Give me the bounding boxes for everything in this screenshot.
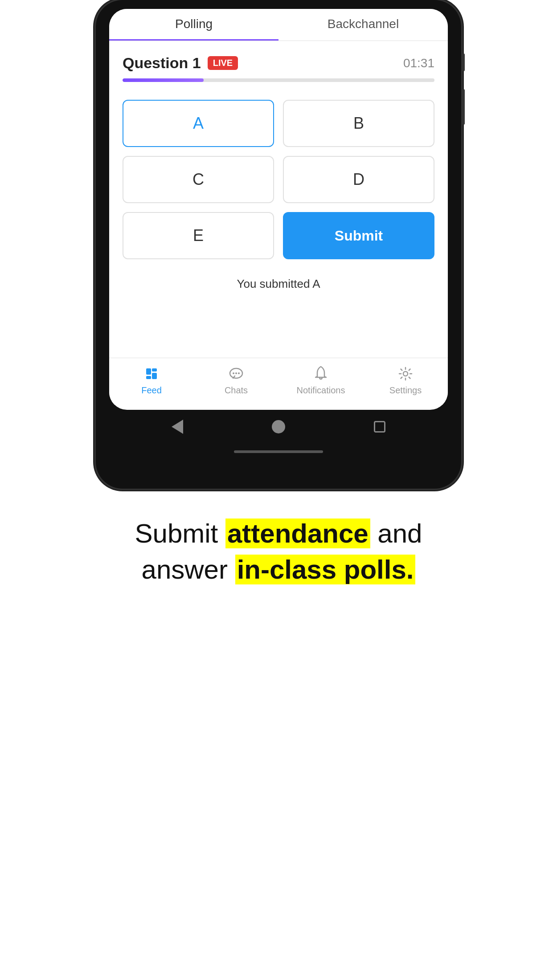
tabs-bar: Polling Backchannel (109, 9, 448, 41)
bottom-line2-highlight: in-class polls. (235, 555, 416, 584)
settings-icon (397, 365, 414, 383)
home-icon (272, 420, 285, 433)
bottom-nav: Feed Chats (109, 358, 448, 404)
live-badge: LIVE (208, 56, 238, 70)
bottom-line1-highlight: attendance (225, 519, 370, 548)
recents-button[interactable] (372, 419, 388, 435)
bottom-line2-pre: answer (142, 555, 235, 584)
nav-chats-label: Chats (225, 385, 248, 396)
android-bottom-bar (109, 444, 448, 462)
phone-wrapper: Polling Backchannel Question 1 LIVE 01:3… (96, 0, 461, 614)
android-nav-bar (109, 410, 448, 444)
svg-point-5 (233, 372, 234, 374)
question-header: Question 1 LIVE 01:31 (123, 54, 434, 72)
bottom-line1-post: and (370, 519, 422, 548)
notifications-icon (312, 365, 330, 383)
android-pill (234, 450, 323, 453)
svg-rect-2 (146, 376, 151, 379)
option-a[interactable]: A (123, 100, 274, 147)
nav-settings[interactable]: Settings (363, 365, 448, 396)
nav-notifications-label: Notifications (297, 385, 345, 396)
back-button[interactable] (169, 419, 185, 435)
svg-rect-3 (152, 373, 157, 379)
bottom-text-section: Submit attendance and answer in-class po… (96, 489, 461, 614)
svg-rect-1 (152, 368, 157, 372)
nav-feed-label: Feed (141, 385, 162, 396)
option-b[interactable]: B (283, 100, 434, 147)
nav-notifications[interactable]: Notifications (278, 365, 363, 396)
options-grid: A B C D (123, 100, 434, 203)
option-e[interactable]: E (123, 212, 274, 259)
bottom-text: Submit attendance and answer in-class po… (114, 515, 443, 588)
phone-frame: Polling Backchannel Question 1 LIVE 01:3… (96, 0, 461, 489)
submitted-message: You submitted A (123, 273, 434, 304)
svg-point-6 (235, 372, 237, 374)
home-button[interactable] (270, 419, 287, 435)
submit-button[interactable]: Submit (283, 212, 434, 259)
nav-chats[interactable]: Chats (194, 365, 278, 396)
svg-point-8 (403, 372, 408, 376)
screen-content: Question 1 LIVE 01:31 A B (109, 41, 448, 358)
tab-polling[interactable]: Polling (109, 9, 278, 41)
progress-bar-container (123, 78, 434, 82)
nav-feed[interactable]: Feed (109, 365, 194, 396)
back-icon (172, 420, 183, 434)
recents-icon (374, 421, 385, 433)
tab-backchannel[interactable]: Backchannel (278, 9, 448, 41)
progress-bar-fill (123, 78, 204, 82)
chats-icon (227, 365, 245, 383)
question-title-group: Question 1 LIVE (123, 54, 238, 72)
svg-point-7 (238, 372, 240, 374)
feed-icon (143, 365, 160, 383)
option-d[interactable]: D (283, 156, 434, 203)
option-c[interactable]: C (123, 156, 274, 203)
bottom-options-row: E Submit (123, 212, 434, 259)
timer: 01:31 (403, 56, 434, 70)
phone-screen: Polling Backchannel Question 1 LIVE 01:3… (109, 9, 448, 410)
question-title: Question 1 (123, 54, 201, 72)
svg-rect-0 (146, 368, 151, 375)
bottom-line1-pre: Submit (135, 519, 225, 548)
nav-settings-label: Settings (389, 385, 422, 396)
content-spacer (123, 304, 434, 358)
